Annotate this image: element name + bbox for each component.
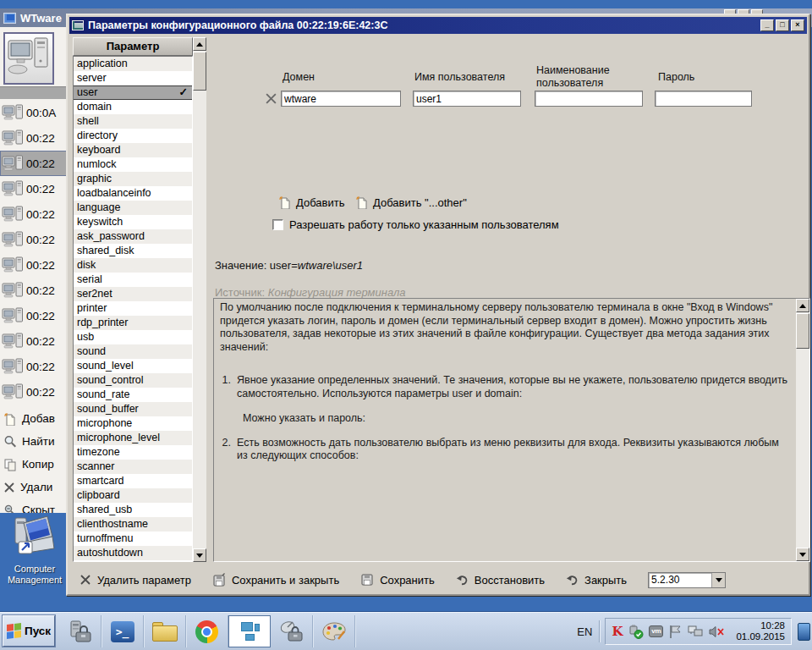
start-button[interactable]: Пуск bbox=[3, 615, 55, 647]
parameter-row[interactable]: clipboard ✓ bbox=[74, 488, 192, 503]
parameter-row[interactable]: sound ✓ bbox=[74, 344, 192, 359]
add-button[interactable]: Добавить bbox=[278, 196, 344, 209]
parameter-row[interactable]: ask_password ✓ bbox=[74, 229, 192, 244]
parameter-row[interactable]: sound_control ✓ bbox=[74, 373, 192, 388]
close-dialog-button[interactable]: Закрыть bbox=[566, 574, 627, 587]
quicklaunch-explorer[interactable] bbox=[144, 615, 186, 647]
sidebar-action-copy[interactable]: Копир bbox=[0, 453, 68, 476]
scroll-up-button[interactable] bbox=[796, 299, 809, 312]
quicklaunch-network-tools[interactable] bbox=[271, 615, 313, 647]
parameter-row[interactable]: microphone_level ✓ bbox=[74, 431, 192, 445]
parameter-row[interactable]: directory ✓ bbox=[74, 129, 192, 143]
parameter-row[interactable]: usb ✓ bbox=[74, 330, 192, 344]
computer-management-shortcut[interactable]: Computer Management bbox=[0, 511, 69, 586]
parameter-row[interactable]: keyswitch ✓ bbox=[74, 215, 192, 229]
terminal-row[interactable]: 00:22 bbox=[0, 201, 68, 227]
parameter-row[interactable]: graphic ✓ bbox=[74, 172, 192, 186]
dialog-titlebar[interactable]: Параметры конфигурационного файла 00:22:… bbox=[69, 17, 807, 34]
vmware-tools-icon[interactable]: vm bbox=[649, 625, 663, 637]
save-close-button[interactable]: Сохранить и закрыть bbox=[212, 573, 339, 587]
restrict-users-checkbox[interactable] bbox=[272, 219, 283, 230]
terminal-row[interactable]: 00:22 bbox=[0, 227, 68, 252]
restore-button[interactable]: Восстановить bbox=[456, 574, 545, 587]
volume-muted-icon[interactable] bbox=[709, 625, 725, 638]
flag-icon[interactable] bbox=[668, 625, 683, 639]
parameter-scrollbar[interactable] bbox=[193, 37, 206, 562]
save-button[interactable]: Сохранить bbox=[360, 573, 435, 587]
parameter-row[interactable]: sound_rate ✓ bbox=[74, 388, 192, 402]
parameter-row[interactable]: numlock ✓ bbox=[74, 157, 192, 172]
terminal-row[interactable]: 00:22 bbox=[0, 278, 68, 303]
dropdown-button[interactable] bbox=[711, 573, 725, 587]
password-input[interactable] bbox=[655, 91, 752, 107]
delete-param-button[interactable]: Удалить параметр bbox=[80, 574, 191, 587]
parameter-row[interactable]: sound_buffer ✓ bbox=[74, 402, 192, 416]
scroll-down-button[interactable] bbox=[193, 548, 206, 562]
terminal-row[interactable]: 00:22 bbox=[0, 151, 68, 176]
parameter-row[interactable]: scanner ✓ bbox=[74, 460, 192, 474]
parameter-row[interactable]: timezone ✓ bbox=[74, 445, 192, 460]
show-desktop-icon[interactable] bbox=[798, 623, 810, 641]
parameter-row[interactable]: clienthostname ✓ bbox=[74, 517, 192, 532]
version-dropdown[interactable]: 5.2.30 bbox=[648, 572, 726, 588]
add-other-button[interactable]: Добавить "...other" bbox=[355, 196, 467, 209]
parameter-row[interactable]: autoshutdown ✓ bbox=[74, 546, 192, 560]
parameter-row[interactable]: sound_level ✓ bbox=[74, 359, 192, 373]
quicklaunch-powershell[interactable]: >_ bbox=[102, 615, 144, 647]
parameter-row[interactable]: shared_disk ✓ bbox=[74, 244, 192, 258]
sidebar-action-find[interactable]: Найти bbox=[0, 430, 68, 453]
domain-input[interactable] bbox=[281, 91, 401, 107]
parameter-row[interactable]: shared_usb ✓ bbox=[74, 503, 192, 517]
computer-panel-button[interactable] bbox=[3, 32, 54, 85]
quicklaunch-paint[interactable] bbox=[313, 615, 355, 647]
tray-clock[interactable]: 10:28 01.09.2015 bbox=[736, 620, 785, 642]
displayname-input[interactable] bbox=[535, 91, 643, 107]
maximize-button[interactable]: □ bbox=[776, 19, 789, 31]
parameter-row[interactable]: language ✓ bbox=[74, 201, 192, 215]
parameter-row[interactable]: loadbalanceinfo ✓ bbox=[74, 186, 192, 201]
parameter-list-header[interactable]: Параметр bbox=[73, 37, 193, 56]
quicklaunch-chrome[interactable] bbox=[186, 615, 228, 647]
parameter-row[interactable]: serial ✓ bbox=[74, 273, 192, 287]
scroll-thumb[interactable] bbox=[193, 52, 206, 91]
parameter-row[interactable]: printer ✓ bbox=[74, 301, 192, 316]
language-indicator[interactable]: EN bbox=[570, 625, 599, 638]
parameter-row[interactable]: application ✓ bbox=[74, 57, 192, 71]
scroll-thumb[interactable] bbox=[796, 313, 809, 349]
kaspersky-icon[interactable]: K bbox=[612, 625, 623, 638]
terminal-row[interactable]: 00:22 bbox=[0, 379, 68, 405]
sidebar-action-delete[interactable]: Удали bbox=[0, 476, 68, 499]
parameter-row[interactable]: rdp_printer ✓ bbox=[74, 316, 192, 330]
terminal-row[interactable]: 00:22 bbox=[0, 252, 68, 278]
usb-device-icon[interactable] bbox=[628, 625, 644, 639]
parameter-row[interactable]: microphone ✓ bbox=[74, 416, 192, 431]
sidebar-action-add[interactable]: Добав bbox=[0, 407, 68, 430]
terminal-row[interactable]: 00:22 bbox=[0, 303, 68, 328]
terminal-row[interactable]: 00:22 bbox=[0, 328, 68, 354]
network-status-icon[interactable] bbox=[688, 625, 704, 638]
minimize-button[interactable]: _ bbox=[760, 19, 774, 31]
parameter-row[interactable]: disk ✓ bbox=[74, 258, 192, 273]
quicklaunch-computer-management[interactable] bbox=[59, 615, 102, 647]
scroll-up-button[interactable] bbox=[193, 37, 206, 51]
parameter-row[interactable]: domain ✓ bbox=[74, 100, 192, 114]
terminal-row[interactable]: 00:22 bbox=[0, 125, 68, 151]
remove-row-icon[interactable] bbox=[265, 92, 277, 105]
help-scrollbar[interactable] bbox=[796, 299, 809, 561]
terminal-row[interactable]: 00:22 bbox=[0, 176, 68, 201]
restrict-users-checkbox-row[interactable]: Разрешать работу только указанным пользо… bbox=[272, 218, 559, 231]
username-input[interactable] bbox=[413, 91, 521, 107]
quicklaunch-wtware-active[interactable] bbox=[228, 615, 271, 647]
terminal-mac-label: 00:22 bbox=[26, 157, 55, 170]
parameter-row[interactable]: smartcard ✓ bbox=[74, 474, 192, 488]
terminal-row[interactable]: 00:0A bbox=[0, 100, 68, 125]
parameter-row[interactable]: user ✓ bbox=[74, 85, 192, 100]
parameter-row[interactable]: ser2net ✓ bbox=[74, 287, 192, 301]
terminal-row[interactable]: 00:22 bbox=[0, 354, 68, 379]
parameter-row[interactable]: shell ✓ bbox=[74, 114, 192, 129]
scroll-down-button[interactable] bbox=[796, 548, 809, 561]
parameter-row[interactable]: server ✓ bbox=[74, 71, 192, 85]
parameter-row[interactable]: turnoffmenu ✓ bbox=[74, 532, 192, 546]
close-button[interactable]: × bbox=[791, 19, 804, 31]
parameter-row[interactable]: keyboard ✓ bbox=[74, 143, 192, 157]
